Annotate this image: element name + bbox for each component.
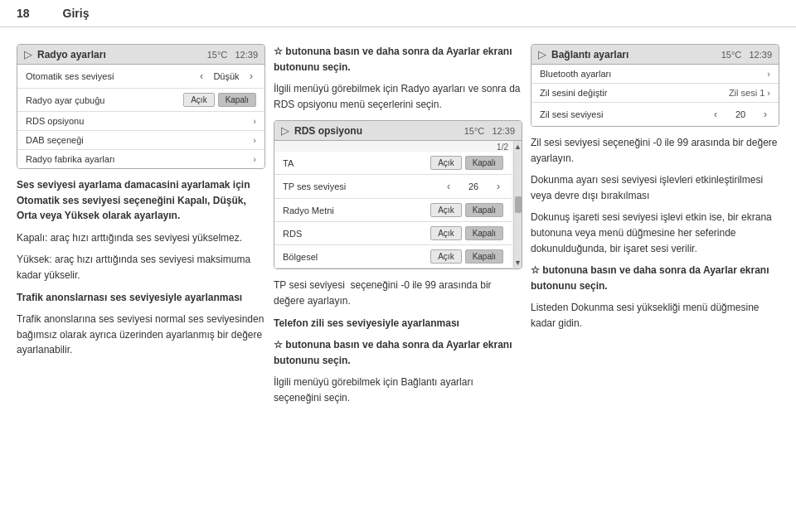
rds-opsiyonu-screen: ▷ RDS opsiyonu 15°C 12:39 1/2 TA Açık Ka… — [274, 120, 522, 269]
left-arrow-btn[interactable]: ‹ — [197, 69, 206, 84]
row-otomatik-ses: Otomatik ses seviyesi ‹ Düşük › — [17, 65, 265, 89]
desc-p2: Kapalı: araç hızı arttığında ses seviyes… — [17, 230, 265, 246]
row-label: Zil sesi seviyesi — [540, 109, 603, 119]
desc-p3: Yüksek: araç hızı arttığında ses seviyes… — [17, 252, 265, 283]
desc-tp: TP sesi seviyesi seçeneğini -0 ile 99 ar… — [274, 278, 522, 308]
right-arrow-btn3[interactable]: › — [760, 107, 770, 122]
screen2-time: 12:39 — [492, 126, 515, 136]
btn-acik[interactable]: Açık — [183, 93, 214, 107]
desc-bold-2: Trafik anonslarnası ses seviyesiyle ayar… — [17, 292, 242, 303]
row-fabrika: Radyo fabrika ayarları › — [17, 150, 265, 168]
desc-telefon-bold: Telefon zili ses seviyesiyle ayarlanması — [274, 317, 459, 329]
screen2-temp: 15°C — [464, 126, 485, 136]
arrow-right-icon[interactable]: › — [253, 135, 256, 145]
zil-value[interactable]: Zil sesi 1 › — [729, 88, 770, 98]
col2-intro-bold: ☆ butonuna basın ve daha sonra da Ayarla… — [274, 46, 512, 73]
scroll-down-btn[interactable]: ▼ — [514, 259, 522, 267]
screen3-title: Bağlantı ayarları — [551, 49, 629, 60]
left-arrow-btn3[interactable]: ‹ — [711, 107, 721, 122]
screen2-body: 1/2 TA Açık Kapalı TP ses seviyesi ‹ 26 … — [274, 141, 522, 268]
arrow-right-icon[interactable]: › — [253, 116, 256, 126]
row-controls: Açık Kapalı — [430, 226, 503, 240]
back-icon2[interactable]: ▷ — [281, 124, 289, 137]
value-display: Düşük — [210, 71, 243, 81]
screen1-header-left: ▷ Radyo ayarları — [24, 48, 106, 60]
baglanti-ayarlari-screen: ▷ Bağlantı ayarları 15°C 12:39 Bluetooth… — [531, 44, 779, 127]
row-label: TA — [283, 158, 294, 168]
column-1: ▷ Radyo ayarları 15°C 12:39 Otomatik ses… — [17, 44, 265, 406]
col2-intro-regular: İlgili menüyü görebilmek için Radyo ayar… — [274, 81, 522, 112]
row-bolgesel: Bölgesel Açık Kapalı — [274, 245, 512, 268]
btn-acik[interactable]: Açık — [430, 226, 461, 240]
row-dab: DAB seçeneği › — [17, 131, 265, 150]
column-3: ▷ Bağlantı ayarları 15°C 12:39 Bluetooth… — [531, 44, 779, 406]
row-bluetooth: Bluetooth ayarları › — [531, 65, 779, 84]
row-rds: RDS opsiyonu › — [17, 112, 265, 131]
value-display3: 20 — [724, 109, 757, 119]
screen3-header-left: ▷ Bağlantı ayarları — [538, 48, 629, 60]
col1-description: Ses seviyesi ayarlama damacasini ayarlam… — [17, 177, 265, 358]
btn-kapali[interactable]: Kapalı — [218, 93, 256, 107]
btn-kapali[interactable]: Kapalı — [465, 156, 503, 170]
scroll-up-btn[interactable]: ▲ — [514, 143, 522, 151]
row-controls: Açık Kapalı — [183, 93, 256, 107]
desc-dokunma: Dokunma ayarı sesi seviyesi işlevleri et… — [531, 172, 779, 203]
desc-zil-range: Zil sesi seviyesi seçeneğini -0 ile 99 a… — [531, 135, 779, 166]
screen1-body: Otomatik ses seviyesi ‹ Düşük › Radyo ay… — [17, 65, 265, 168]
arrow-right-icon[interactable]: › — [253, 154, 256, 164]
row-controls: ‹ 26 › — [444, 179, 503, 194]
btn-kapali[interactable]: Kapalı — [465, 226, 503, 240]
desc-col3-bold: ☆ butonuna basın ve daha sonra da Ayarla… — [531, 264, 769, 292]
screen3-temp: 15°C — [721, 50, 742, 60]
right-arrow-btn[interactable]: › — [246, 69, 256, 84]
scroll-thumb[interactable] — [515, 196, 522, 213]
screen1-header: ▷ Radyo ayarları 15°C 12:39 — [17, 45, 265, 65]
back-icon3[interactable]: ▷ — [538, 48, 546, 60]
row-label: Bölgesel — [283, 252, 318, 262]
desc-dokunus: Dokunuş işareti sesi seviyesi işlevi etk… — [531, 210, 779, 256]
btn-kapali[interactable]: Kapalı — [465, 249, 503, 264]
page-number: 18 — [17, 7, 30, 20]
screen3-body: Bluetooth ayarları › Zil sesini değiştir… — [531, 65, 779, 126]
page-header: 18 Giriş — [0, 0, 796, 27]
desc-p5: Trafik anonslarına ses seviyesi normal s… — [17, 312, 265, 358]
screen1-meta: 15°C 12:39 — [207, 50, 258, 60]
row-controls: Açık Kapalı — [430, 249, 503, 264]
screen1-temp: 15°C — [207, 50, 228, 60]
row-radyo-ayar: Radyo ayar çubuğu Açık Kapalı — [17, 89, 265, 112]
desc-star-bold: ☆ butonuna basın ve daha sonra da Ayarla… — [274, 339, 512, 366]
row-controls: ‹ 20 › — [711, 107, 770, 122]
btn-acik[interactable]: Açık — [430, 203, 461, 217]
row-controls: Açık Kapalı — [430, 156, 503, 170]
screen2-header: ▷ RDS opsiyonu 15°C 12:39 — [274, 121, 522, 141]
main-content: ▷ Radyo ayarları 15°C 12:39 Otomatik ses… — [0, 36, 796, 414]
btn-acik[interactable]: Açık — [430, 156, 461, 170]
row-label: Otomatik ses seviyesi — [26, 71, 114, 81]
arrow-right-icon3[interactable]: › — [767, 69, 770, 79]
screen3-meta: 15°C 12:39 — [721, 50, 772, 60]
radyo-ayarlari-screen: ▷ Radyo ayarları 15°C 12:39 Otomatik ses… — [17, 44, 265, 169]
screen1-time: 12:39 — [235, 50, 258, 60]
row-label: RDS opsiyonu — [26, 116, 84, 126]
right-arrow-btn2[interactable]: › — [493, 179, 503, 194]
row-zil-seviyesi: Zil sesi seviyesi ‹ 20 › — [531, 103, 779, 126]
scrollbar[interactable]: ▲ ▼ — [513, 141, 522, 268]
btn-kapali[interactable]: Kapalı — [465, 203, 503, 217]
col2-intro: ☆ butonuna basın ve daha sonra da Ayarla… — [274, 44, 522, 112]
row-tp-ses: TP ses seviyesi ‹ 26 › — [274, 175, 512, 199]
back-icon[interactable]: ▷ — [24, 48, 32, 60]
row-label: Radyo Metni — [283, 206, 334, 215]
screen3-header: ▷ Bağlantı ayarları 15°C 12:39 — [531, 45, 779, 65]
screen3-time: 12:39 — [749, 50, 772, 60]
page-indicator: 1/2 — [274, 141, 512, 152]
row-label: Zil sesini değiştir — [540, 88, 607, 98]
col2-description: TP sesi seviyesi seçeneğini -0 ile 99 ar… — [274, 278, 522, 405]
row-label: TP ses seviyesi — [283, 181, 346, 191]
screen2-meta: 15°C 12:39 — [464, 126, 515, 136]
btn-acik[interactable]: Açık — [430, 249, 461, 264]
value-display2: 26 — [457, 181, 490, 191]
row-ta: TA Açık Kapalı — [274, 152, 512, 175]
column-2: ☆ butonuna basın ve daha sonra da Ayarla… — [274, 44, 522, 406]
left-arrow-btn2[interactable]: ‹ — [444, 179, 454, 194]
row-controls: Açık Kapalı — [430, 203, 503, 217]
